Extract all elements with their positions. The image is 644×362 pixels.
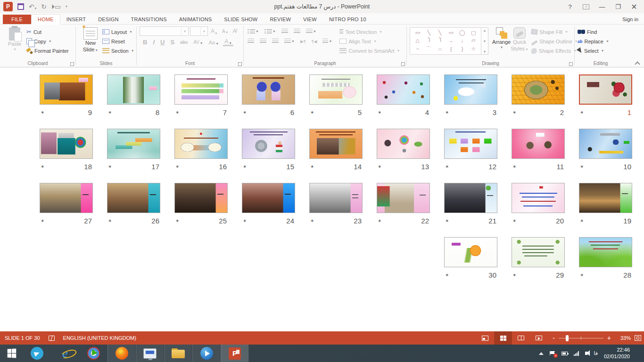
animation-star-icon[interactable]: ✶ [580,110,584,115]
shape-glyph-icon[interactable]: ▭ [415,30,420,36]
slide-thumbnail[interactable] [512,237,565,267]
shape-glyph-icon[interactable]: ⌒ [426,45,431,52]
shape-glyph-icon[interactable]: ▱ [471,37,475,43]
bold-button[interactable]: B [141,39,149,46]
reading-view-button[interactable] [512,331,530,345]
tab-review[interactable]: REVIEW [264,15,297,24]
network-signal-icon[interactable] [574,351,579,356]
align-left-button[interactable] [247,38,255,44]
shape-glyph-icon[interactable]: ╲ [427,30,430,36]
shapes-scroll-down-icon[interactable]: ▼ [483,40,487,43]
animation-star-icon[interactable]: ✶ [512,272,516,278]
animation-star-icon[interactable]: ✶ [445,164,449,169]
shape-glyph-icon[interactable]: ▢ [471,30,476,36]
input-language-indicator[interactable]: فا [594,350,598,356]
numbering-button[interactable]: ▼ [264,28,277,34]
justify-button[interactable]: ▼ [283,38,296,44]
select-button[interactable]: Select▼ [578,47,609,55]
tab-design[interactable]: DESIGN [92,15,124,24]
shadow-button[interactable]: S [169,39,176,46]
zoom-percentage[interactable]: 33% [615,335,631,341]
normal-view-button[interactable] [476,331,494,345]
animation-star-icon[interactable]: ✶ [512,164,516,169]
volume-icon[interactable] [585,352,587,355]
underline-button[interactable]: U [159,39,166,46]
slide-show-button[interactable] [530,331,548,345]
animation-star-icon[interactable]: ✶ [41,110,44,115]
font-name-combo[interactable]: ▼ [140,26,189,36]
ltr-direction-button[interactable]: ▶¶ [299,39,307,44]
font-size-combo[interactable]: ▼ [190,26,208,36]
slide-thumbnail[interactable] [444,74,497,105]
bullets-button[interactable]: ▼ [247,28,260,34]
animation-star-icon[interactable]: ✶ [310,218,314,223]
shape-glyph-icon[interactable]: ↓ [461,38,464,43]
arrange-button[interactable]: Arrange▼ [492,26,511,49]
italic-button[interactable]: I [151,39,156,46]
slide-thumbnail[interactable] [309,74,363,105]
action-center-flag-icon[interactable] [550,351,555,355]
taskbar-internet-explorer[interactable]: e [51,345,79,362]
slide-sorter-view-button[interactable] [494,331,512,345]
slide-thumbnail[interactable] [512,74,565,105]
animation-star-icon[interactable]: ✶ [512,110,516,115]
shape-glyph-icon[interactable]: ☆ [471,46,476,52]
tab-nitro-pro-10[interactable]: NITRO PRO 10 [323,15,372,24]
slide-thumbnail[interactable] [444,237,497,267]
slide-thumbnail[interactable] [512,183,565,213]
animation-star-icon[interactable]: ✶ [243,164,247,169]
slide-thumbnail[interactable] [579,237,632,267]
save-icon[interactable] [17,3,24,10]
shape-glyph-icon[interactable]: ╲ [438,30,442,36]
convert-to-smartart-button[interactable]: Convert to SmartArt▼ [339,47,400,55]
slide-thumbnail[interactable] [107,183,160,213]
animation-star-icon[interactable]: ✶ [378,218,381,223]
taskbar-remote-desktop[interactable] [136,345,164,362]
animation-star-icon[interactable]: ✶ [108,164,112,169]
increase-indent-button[interactable] [293,28,301,34]
tab-insert[interactable]: INSERT [60,15,92,24]
hidden-icons-button[interactable] [539,352,544,355]
section-button[interactable]: Section▼ [102,47,134,55]
character-spacing-button[interactable]: AV▼ [192,40,205,45]
find-button[interactable]: Find [578,28,609,36]
slide-thumbnail[interactable] [309,129,363,159]
restore-button[interactable]: ❐ [611,1,625,12]
slide-sorter-workspace[interactable]: ✶ 9 ✶ 8 ✶ 7 [0,67,644,331]
tab-view[interactable]: VIEW [297,15,323,24]
animation-star-icon[interactable]: ✶ [445,110,449,115]
paragraph-dialog-launcher[interactable] [401,62,405,66]
zoom-slider[interactable] [559,338,603,338]
fit-slide-to-window-icon[interactable] [635,335,641,341]
language-indicator[interactable]: ENGLISH (UNITED KINGDOM) [63,335,136,341]
taskbar-media-player[interactable] [192,345,221,362]
columns-button[interactable]: ▼ [322,38,333,44]
slide-thumbnail[interactable] [377,74,430,105]
animation-star-icon[interactable]: ✶ [512,218,516,223]
taskbar-clock[interactable]: 22:46 02/01/2020 [604,347,630,360]
text-direction-button[interactable]: Text Direction▼ [339,28,400,36]
shape-fill-button[interactable]: Shape Fill▼ [531,28,578,36]
tab-slide-show[interactable]: SLIDE SHOW [218,15,264,24]
strikethrough-button[interactable]: abc [179,40,189,45]
font-color-button[interactable]: A▼ [223,38,233,46]
slide-thumbnail[interactable] [107,74,160,105]
format-painter-button[interactable]: Format Painter [26,47,69,55]
tab-file[interactable]: FILE [3,15,31,24]
rtl-direction-button[interactable]: ¶◀ [311,39,318,44]
shape-glyph-icon[interactable]: ~ [416,46,419,52]
animation-star-icon[interactable]: ✶ [175,218,179,223]
shape-glyph-icon[interactable]: ◯ [459,30,465,36]
undo-button[interactable]: ↶▾ [29,3,36,10]
animation-star-icon[interactable]: ✶ [175,164,179,169]
spell-check-icon[interactable] [49,336,55,341]
taskbar-powerpoint[interactable]: P [221,345,249,362]
zoom-in-button[interactable]: + [607,334,611,342]
shapes-more-icon[interactable]: ▼ [483,50,487,53]
slide-thumbnail[interactable] [242,74,295,105]
tab-home[interactable]: HOME [31,14,60,25]
font-name-dropdown-icon[interactable]: ▼ [181,27,188,35]
tab-animations[interactable]: ANIMATIONS [173,15,218,24]
clear-formatting-button[interactable]: A̸ [231,28,238,34]
shapes-scroll-up-icon[interactable]: ▲ [483,29,487,32]
